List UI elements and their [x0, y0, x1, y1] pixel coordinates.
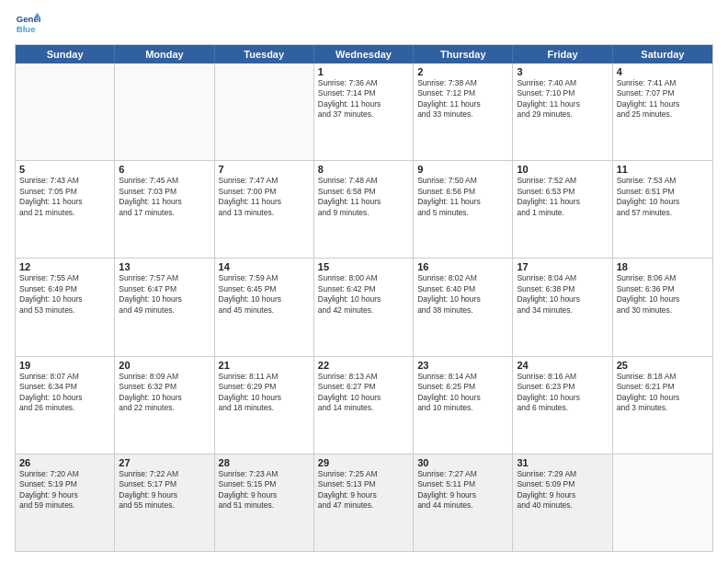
day-number: 19 — [19, 360, 110, 371]
calendar-cell: 13Sunrise: 7:57 AM Sunset: 6:47 PM Dayli… — [115, 259, 214, 355]
day-number: 21 — [219, 360, 310, 371]
calendar-cell: 23Sunrise: 8:14 AM Sunset: 6:25 PM Dayli… — [414, 357, 513, 454]
cell-content: Sunrise: 7:57 AM Sunset: 6:47 PM Dayligh… — [119, 273, 210, 316]
calendar-cell — [215, 63, 314, 160]
calendar-row: 1Sunrise: 7:36 AM Sunset: 7:14 PM Daylig… — [16, 63, 712, 161]
cell-content: Sunrise: 8:11 AM Sunset: 6:29 PM Dayligh… — [219, 372, 310, 414]
calendar-cell: 12Sunrise: 7:55 AM Sunset: 6:49 PM Dayli… — [16, 259, 115, 355]
day-number: 27 — [119, 457, 210, 468]
weekday-header: Saturday — [613, 45, 712, 63]
day-number: 8 — [318, 164, 409, 175]
cell-content: Sunrise: 8:09 AM Sunset: 6:32 PM Dayligh… — [119, 372, 210, 414]
page: General Blue SundayMondayTuesdayWednesda… — [0, 0, 728, 563]
cell-content: Sunrise: 7:23 AM Sunset: 5:15 PM Dayligh… — [219, 469, 310, 511]
calendar-cell: 9Sunrise: 7:50 AM Sunset: 6:56 PM Daylig… — [414, 161, 513, 258]
day-number: 20 — [119, 360, 210, 371]
calendar-cell: 28Sunrise: 7:23 AM Sunset: 5:15 PM Dayli… — [215, 454, 314, 551]
cell-content: Sunrise: 7:27 AM Sunset: 5:11 PM Dayligh… — [417, 469, 508, 511]
cell-content: Sunrise: 7:43 AM Sunset: 7:05 PM Dayligh… — [19, 176, 110, 218]
cell-content: Sunrise: 8:00 AM Sunset: 6:42 PM Dayligh… — [318, 273, 409, 316]
calendar-cell: 22Sunrise: 8:13 AM Sunset: 6:27 PM Dayli… — [314, 357, 414, 454]
calendar-cell: 18Sunrise: 8:06 AM Sunset: 6:36 PM Dayli… — [613, 259, 712, 355]
calendar-cell: 29Sunrise: 7:25 AM Sunset: 5:13 PM Dayli… — [314, 454, 414, 551]
calendar-cell: 26Sunrise: 7:20 AM Sunset: 5:19 PM Dayli… — [16, 454, 115, 551]
day-number: 9 — [417, 164, 508, 175]
cell-content: Sunrise: 7:22 AM Sunset: 5:17 PM Dayligh… — [119, 469, 210, 511]
day-number: 11 — [617, 164, 709, 175]
calendar-body: 1Sunrise: 7:36 AM Sunset: 7:14 PM Daylig… — [16, 63, 712, 551]
day-number: 18 — [617, 261, 709, 272]
calendar-row: 12Sunrise: 7:55 AM Sunset: 6:49 PM Dayli… — [16, 259, 712, 356]
calendar-cell: 4Sunrise: 7:41 AM Sunset: 7:07 PM Daylig… — [613, 63, 712, 160]
calendar-cell: 10Sunrise: 7:52 AM Sunset: 6:53 PM Dayli… — [513, 161, 612, 258]
day-number: 31 — [517, 457, 608, 468]
day-number: 26 — [19, 457, 110, 468]
weekday-header: Monday — [115, 45, 214, 63]
cell-content: Sunrise: 7:38 AM Sunset: 7:12 PM Dayligh… — [417, 78, 508, 121]
calendar-cell — [115, 63, 214, 160]
day-number: 6 — [119, 164, 210, 175]
calendar-cell: 24Sunrise: 8:16 AM Sunset: 6:23 PM Dayli… — [513, 357, 612, 454]
logo-icon: General Blue — [15, 11, 40, 37]
day-number: 10 — [517, 164, 608, 175]
cell-content: Sunrise: 8:04 AM Sunset: 6:38 PM Dayligh… — [517, 273, 608, 316]
weekday-header: Thursday — [414, 45, 513, 63]
calendar-cell — [16, 63, 115, 160]
calendar-header: SundayMondayTuesdayWednesdayThursdayFrid… — [16, 45, 712, 63]
cell-content: Sunrise: 7:59 AM Sunset: 6:45 PM Dayligh… — [219, 273, 310, 316]
cell-content: Sunrise: 7:29 AM Sunset: 5:09 PM Dayligh… — [517, 469, 608, 511]
cell-content: Sunrise: 7:20 AM Sunset: 5:19 PM Dayligh… — [19, 469, 110, 511]
day-number: 12 — [19, 261, 110, 272]
calendar-row: 19Sunrise: 8:07 AM Sunset: 6:34 PM Dayli… — [16, 357, 712, 454]
calendar-row: 26Sunrise: 7:20 AM Sunset: 5:19 PM Dayli… — [16, 454, 712, 551]
cell-content: Sunrise: 7:53 AM Sunset: 6:51 PM Dayligh… — [617, 176, 709, 218]
cell-content: Sunrise: 7:40 AM Sunset: 7:10 PM Dayligh… — [517, 78, 608, 121]
cell-content: Sunrise: 7:45 AM Sunset: 7:03 PM Dayligh… — [119, 176, 210, 218]
cell-content: Sunrise: 7:50 AM Sunset: 6:56 PM Dayligh… — [417, 176, 508, 218]
cell-content: Sunrise: 7:41 AM Sunset: 7:07 PM Dayligh… — [617, 78, 709, 121]
calendar-cell: 2Sunrise: 7:38 AM Sunset: 7:12 PM Daylig… — [414, 63, 513, 160]
calendar-cell: 21Sunrise: 8:11 AM Sunset: 6:29 PM Dayli… — [215, 357, 314, 454]
cell-content: Sunrise: 7:36 AM Sunset: 7:14 PM Dayligh… — [318, 78, 409, 121]
header: General Blue — [15, 11, 713, 37]
calendar-cell: 6Sunrise: 7:45 AM Sunset: 7:03 PM Daylig… — [115, 161, 214, 258]
day-number: 2 — [417, 66, 508, 77]
weekday-header: Tuesday — [215, 45, 314, 63]
logo: General Blue — [15, 11, 40, 37]
cell-content: Sunrise: 7:55 AM Sunset: 6:49 PM Dayligh… — [19, 273, 110, 316]
day-number: 7 — [219, 164, 310, 175]
calendar-cell: 17Sunrise: 8:04 AM Sunset: 6:38 PM Dayli… — [513, 259, 612, 355]
day-number: 22 — [318, 360, 409, 371]
day-number: 3 — [517, 66, 608, 77]
day-number: 30 — [417, 457, 508, 468]
cell-content: Sunrise: 8:02 AM Sunset: 6:40 PM Dayligh… — [417, 273, 508, 316]
calendar-row: 5Sunrise: 7:43 AM Sunset: 7:05 PM Daylig… — [16, 161, 712, 259]
day-number: 28 — [219, 457, 310, 468]
day-number: 14 — [219, 261, 310, 272]
day-number: 4 — [617, 66, 709, 77]
cell-content: Sunrise: 8:06 AM Sunset: 6:36 PM Dayligh… — [617, 273, 709, 316]
weekday-header: Sunday — [16, 45, 115, 63]
calendar: SundayMondayTuesdayWednesdayThursdayFrid… — [15, 44, 713, 552]
calendar-cell: 27Sunrise: 7:22 AM Sunset: 5:17 PM Dayli… — [115, 454, 214, 551]
calendar-cell: 19Sunrise: 8:07 AM Sunset: 6:34 PM Dayli… — [16, 357, 115, 454]
cell-content: Sunrise: 7:25 AM Sunset: 5:13 PM Dayligh… — [318, 469, 409, 511]
calendar-cell: 1Sunrise: 7:36 AM Sunset: 7:14 PM Daylig… — [314, 63, 414, 160]
calendar-cell — [613, 454, 712, 551]
calendar-cell: 16Sunrise: 8:02 AM Sunset: 6:40 PM Dayli… — [414, 259, 513, 355]
day-number: 1 — [318, 66, 409, 77]
calendar-cell: 25Sunrise: 8:18 AM Sunset: 6:21 PM Dayli… — [613, 357, 712, 454]
day-number: 13 — [119, 261, 210, 272]
calendar-cell: 15Sunrise: 8:00 AM Sunset: 6:42 PM Dayli… — [314, 259, 414, 355]
day-number: 17 — [517, 261, 608, 272]
cell-content: Sunrise: 8:14 AM Sunset: 6:25 PM Dayligh… — [417, 372, 508, 414]
day-number: 23 — [417, 360, 508, 371]
day-number: 24 — [517, 360, 608, 371]
calendar-cell: 8Sunrise: 7:48 AM Sunset: 6:58 PM Daylig… — [314, 161, 414, 258]
calendar-cell: 30Sunrise: 7:27 AM Sunset: 5:11 PM Dayli… — [414, 454, 513, 551]
cell-content: Sunrise: 7:48 AM Sunset: 6:58 PM Dayligh… — [318, 176, 409, 218]
cell-content: Sunrise: 7:47 AM Sunset: 7:00 PM Dayligh… — [219, 176, 310, 218]
calendar-cell: 11Sunrise: 7:53 AM Sunset: 6:51 PM Dayli… — [613, 161, 712, 258]
calendar-cell: 20Sunrise: 8:09 AM Sunset: 6:32 PM Dayli… — [115, 357, 214, 454]
day-number: 29 — [318, 457, 409, 468]
